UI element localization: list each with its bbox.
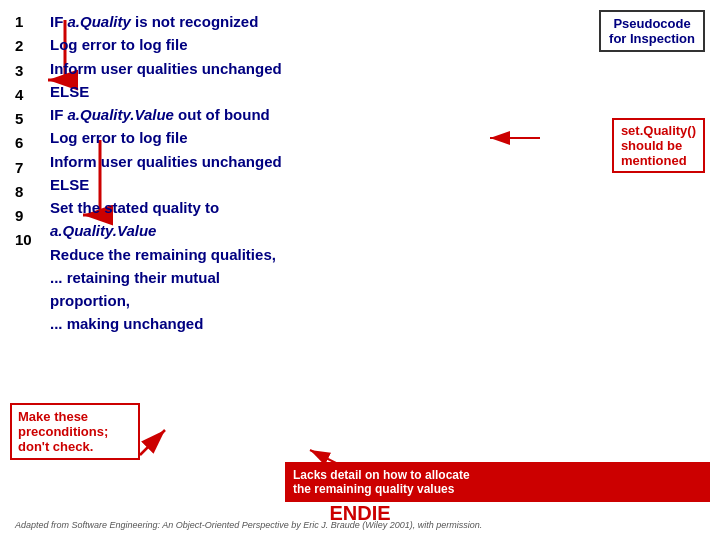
line-num-8: 8 bbox=[15, 180, 32, 203]
set-quality-line3: mentioned bbox=[621, 153, 687, 168]
code-line-7: Inform user qualities unchanged bbox=[50, 150, 705, 173]
code-line-6: Log error to log file bbox=[50, 126, 705, 149]
code-line-cont2: proportion, bbox=[50, 289, 705, 312]
line-num-2: 2 bbox=[15, 34, 32, 57]
set-quality-line1: set.Quality() bbox=[621, 123, 696, 138]
lacks-detail-line1: Lacks detail on how to allocate bbox=[293, 468, 470, 482]
code-line-3: Inform user qualities unchanged bbox=[50, 57, 705, 80]
code-line-9b: a.Quality.Value bbox=[50, 219, 705, 242]
line-num-9: 9 bbox=[15, 204, 32, 227]
code-line-10: Reduce the remaining qualities, bbox=[50, 243, 705, 266]
lacks-detail-line2: the remaining quality values bbox=[293, 482, 454, 496]
line-num-10: 10 bbox=[15, 228, 32, 251]
line-num-7: 7 bbox=[15, 156, 32, 179]
code-line-1: IF a.Quality is not recognized bbox=[50, 10, 705, 33]
main-container: Pseudocode for Inspection 1 2 3 4 5 bbox=[0, 0, 720, 540]
code-line-cont1: ... retaining their mutual bbox=[50, 266, 705, 289]
make-these-line1: Make these bbox=[18, 409, 88, 424]
code-content: IF a.Quality is not recognized Log error… bbox=[50, 10, 705, 336]
lacks-detail-annotation: Lacks detail on how to allocate the rema… bbox=[285, 462, 710, 502]
line-num-5: 5 bbox=[15, 107, 32, 130]
code-line-4: ELSE bbox=[50, 80, 705, 103]
line-num-1: 1 bbox=[15, 10, 32, 33]
line-num-4: 4 bbox=[15, 83, 32, 106]
code-line-8: ELSE bbox=[50, 173, 705, 196]
make-these-line3: don't check. bbox=[18, 439, 93, 454]
set-quality-annotation: set.Quality() should be mentioned bbox=[612, 118, 705, 173]
code-line-2: Log error to log file bbox=[50, 33, 705, 56]
line-num-3: 3 bbox=[15, 59, 32, 82]
source-text: Adapted from Software Engineering: An Ob… bbox=[15, 520, 482, 530]
code-line-9: Set the stated quality to bbox=[50, 196, 705, 219]
code-line-5: IF a.Quality.Value out of bound bbox=[50, 103, 705, 126]
line-numbers: 1 2 3 4 5 6 7 8 9 10 bbox=[15, 10, 32, 252]
make-these-annotation: Make these preconditions; don't check. bbox=[10, 403, 140, 460]
set-quality-line2: should be bbox=[621, 138, 682, 153]
line-num-6: 6 bbox=[15, 131, 32, 154]
endie-label: ENDIE bbox=[329, 502, 390, 525]
code-line-cont3: ... making unchanged bbox=[50, 312, 705, 335]
make-these-line2: preconditions; bbox=[18, 424, 108, 439]
